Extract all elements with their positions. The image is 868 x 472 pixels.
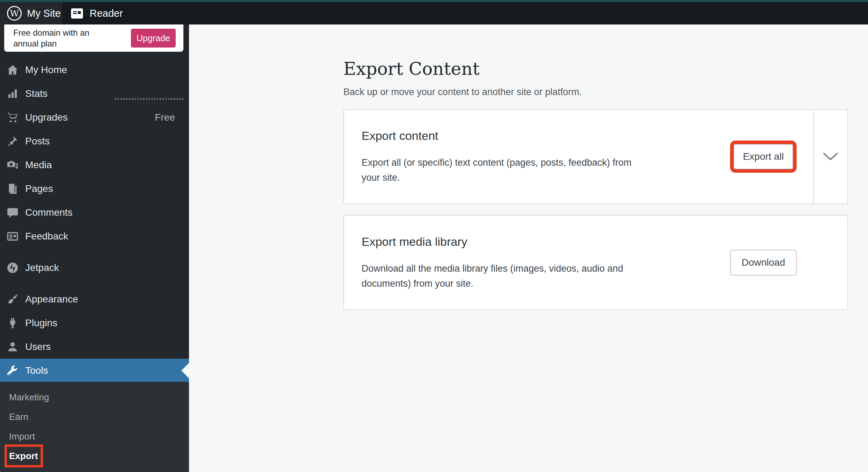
sidebar-item-label: Users	[25, 341, 51, 352]
my-site-tab-label: My Site	[27, 8, 61, 19]
export-media-card: Export media library Download all the me…	[343, 215, 848, 310]
page-subtitle: Back up or move your content to another …	[343, 86, 848, 98]
expand-card-toggle[interactable]	[813, 110, 847, 203]
page-title: Export Content	[343, 58, 848, 80]
sidebar-item-comments[interactable]: Comments	[0, 201, 189, 224]
reader-icon	[71, 8, 83, 19]
comments-icon	[6, 206, 19, 219]
pages-icon	[6, 183, 19, 195]
sidebar-item-appearance[interactable]: Appearance	[0, 287, 189, 311]
reader-tab-label: Reader	[90, 8, 123, 19]
jetpack-icon	[6, 262, 19, 274]
submenu-item-earn[interactable]: Earn	[0, 407, 189, 427]
card-description: Download all the media library files (im…	[362, 261, 670, 291]
active-item-arrow	[181, 363, 189, 378]
sidebar-item-label: Comments	[25, 207, 72, 218]
tools-submenu: Marketing Earn Import Export	[0, 382, 189, 472]
sidebar-item-label: Upgrades	[25, 112, 68, 123]
brush-icon	[6, 293, 19, 306]
sidebar-item-label: Appearance	[25, 294, 78, 305]
export-all-button[interactable]: Export all	[734, 144, 793, 169]
my-site-tab[interactable]: W My Site	[0, 2, 62, 24]
sidebar-item-media[interactable]: Media	[0, 153, 189, 177]
admin-sidebar: Free domain with an annual plan Upgrade …	[0, 24, 189, 472]
plugin-icon	[6, 317, 19, 329]
sidebar-item-tools[interactable]: Tools	[0, 359, 189, 382]
sidebar-item-upgrades[interactable]: Upgrades Free	[0, 106, 189, 129]
feedback-icon	[6, 230, 19, 243]
wordpress-logo-icon: W	[7, 6, 22, 21]
sidebar-item-pages[interactable]: Pages	[0, 177, 189, 201]
sidebar-item-plugins[interactable]: Plugins	[0, 311, 189, 335]
reader-tab[interactable]: Reader	[62, 2, 123, 24]
submenu-item-label: Import	[9, 431, 35, 442]
card-actions: Export all	[734, 110, 813, 203]
upsell-banner: Free domain with an annual plan Upgrade	[4, 24, 183, 52]
sidebar-item-label: Posts	[25, 136, 50, 147]
card-actions: Download	[730, 216, 847, 309]
upgrade-button[interactable]: Upgrade	[131, 29, 176, 48]
sidebar-item-posts[interactable]: Posts	[0, 129, 189, 153]
sidebar-item-stats[interactable]: Stats	[0, 82, 189, 106]
card-text-block: Export content Export all (or specific) …	[344, 110, 734, 203]
card-title: Export content	[362, 128, 734, 143]
content-area: Export Content Back up or move your cont…	[189, 24, 868, 472]
export-content-card: Export content Export all (or specific) …	[343, 109, 848, 204]
card-description: Export all (or specific) text content (p…	[362, 155, 670, 185]
submenu-item-label: Export	[9, 451, 38, 462]
download-button[interactable]: Download	[730, 250, 797, 276]
cart-icon	[6, 111, 19, 124]
user-icon	[6, 341, 19, 353]
submenu-item-marketing[interactable]: Marketing	[0, 387, 189, 407]
sidebar-item-jetpack[interactable]: Jetpack	[0, 256, 189, 280]
home-icon	[6, 64, 19, 76]
submenu-item-export[interactable]: Export	[0, 446, 189, 466]
sidebar-item-users[interactable]: Users	[0, 335, 189, 359]
masthead: W My Site Reader	[0, 2, 868, 24]
plan-badge: Free	[155, 112, 175, 123]
sidebar-item-label: Media	[25, 159, 52, 171]
sidebar-item-feedback[interactable]: Feedback	[0, 224, 189, 248]
sidebar-item-label: Tools	[25, 365, 48, 376]
submenu-item-import[interactable]: Import	[0, 427, 189, 446]
card-text-block: Export media library Download all the me…	[344, 216, 730, 309]
sidebar-item-label: My Home	[25, 64, 67, 76]
submenu-item-label: Marketing	[9, 392, 49, 403]
sidebar-item-label: Stats	[25, 88, 48, 99]
wrench-icon	[6, 364, 19, 377]
sidebar-item-label: Feedback	[25, 231, 68, 242]
pushpin-icon	[6, 135, 19, 148]
export-page: Export Content Back up or move your cont…	[343, 24, 848, 310]
submenu-item-label: Earn	[9, 412, 28, 422]
upsell-banner-text: Free domain with an annual plan	[13, 27, 108, 49]
stats-icon	[6, 87, 19, 100]
chevron-down-icon	[823, 152, 838, 161]
dotted-separator	[115, 98, 184, 100]
sidebar-item-label: Pages	[25, 183, 53, 194]
media-icon	[6, 159, 19, 171]
sidebar-item-my-home[interactable]: My Home	[0, 58, 189, 82]
card-title: Export media library	[362, 234, 730, 249]
sidebar-item-label: Plugins	[25, 317, 57, 329]
sidebar-item-label: Jetpack	[25, 262, 59, 273]
sidebar-menu: My Home Stats Upgrades Free Posts Media …	[0, 58, 189, 382]
